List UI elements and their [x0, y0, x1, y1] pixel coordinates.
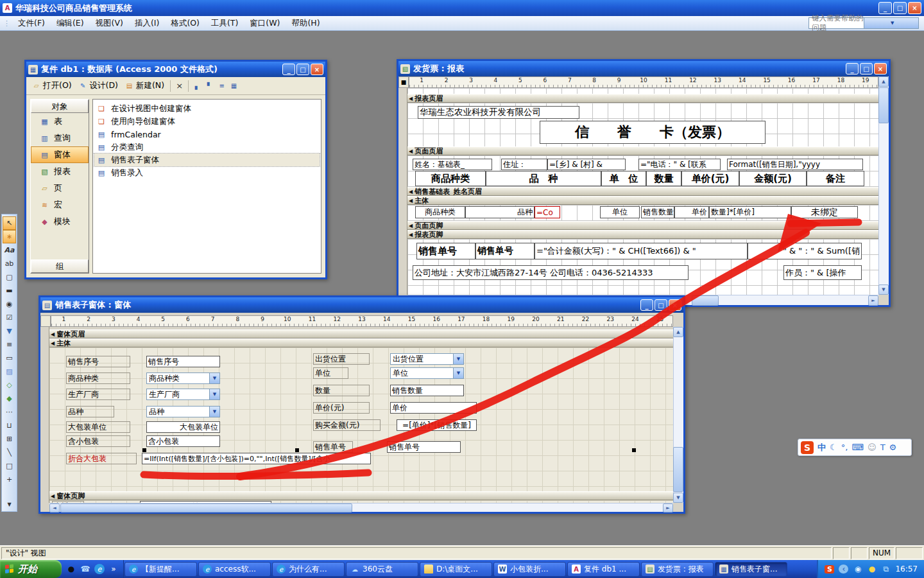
combo-arrow-icon[interactable]: ▼	[453, 354, 463, 364]
menu-insert[interactable]: 插入(I)	[129, 16, 165, 31]
menu-view[interactable]: 视图(V)	[90, 16, 129, 31]
scroll-left-icon[interactable]: ◄	[49, 504, 60, 512]
database-window-titlebar[interactable]: ▦ 复件 db1 : 数据库 (Access 2000 文件格式) _ □ ×	[26, 62, 325, 77]
report-horizontal-ruler[interactable]: 12345678910111213141516171819	[409, 76, 878, 88]
detail-price-field[interactable]: 单价	[674, 206, 709, 218]
label-tool-icon[interactable]: Aa	[3, 243, 16, 257]
report-detail-area[interactable]: 商品种类 品种 =Co 单位 销售数量 单价 数量]*[单价] 未绑定	[407, 205, 878, 221]
detail-bar[interactable]: ◀主体	[407, 196, 878, 205]
soft-keyboard-icon[interactable]: ⌨	[851, 442, 864, 452]
phone-quicklaunch-icon[interactable]: ☎	[80, 564, 90, 574]
detail-variety-field[interactable]: 品种	[465, 206, 535, 218]
detail-unit-field[interactable]: 单位	[600, 206, 640, 218]
sidebar-item-tables[interactable]: ▦表	[31, 113, 89, 130]
option-group-tool-icon[interactable]: ▢	[3, 270, 16, 284]
command-button-tool-icon[interactable]: ▭	[3, 351, 16, 365]
sidebar-item-forms[interactable]: ▤窗体	[31, 146, 89, 163]
fullmoon-mode-icon[interactable]: ☾	[830, 442, 837, 452]
design-button[interactable]: ✎设计(D)	[76, 79, 120, 92]
open-button[interactable]: ▱打开(O)	[30, 79, 74, 92]
menu-edit[interactable]: 编辑(E)	[51, 16, 90, 31]
taskbar-button-report[interactable]: ▤发货票 : 报表	[641, 562, 714, 577]
list-item-category-query[interactable]: ▤分类查询	[94, 141, 320, 153]
village-expr-field[interactable]: =[乡] & [村] &	[547, 159, 626, 170]
list-item-sales-entry[interactable]: ▤销售录入	[94, 166, 320, 179]
new-button[interactable]: ▤新建(N)	[123, 79, 166, 92]
combo-arrow-icon[interactable]: ▼	[209, 373, 219, 383]
list-item-create-design[interactable]: ❏在设计视图中创建窗体	[94, 102, 320, 115]
taskbar-button-cloud[interactable]: ☁360云盘	[346, 562, 418, 577]
form-close-button[interactable]: ×	[669, 299, 681, 311]
textbox-tool-icon[interactable]: ab	[3, 257, 16, 270]
taskbar-button-word[interactable]: W小包装折...	[493, 562, 566, 577]
minimize-button[interactable]: _	[878, 2, 892, 14]
chinese-mode-icon[interactable]: 中	[817, 442, 826, 453]
field-label-sales-no[interactable]: 销售单号	[313, 441, 353, 453]
sogou-input-bar[interactable]: S 中 ☾ °, ⌨ ☺ T ⚙	[798, 439, 912, 456]
field-label-variety[interactable]: 品种	[66, 406, 114, 417]
company-address-label[interactable]: 公司地址：大安市江城西路27-14号 公司电话：0436-5214333	[413, 265, 689, 280]
taskbar-button-ie-1[interactable]: e【新提醒...	[124, 562, 197, 577]
selection-handle[interactable]	[295, 448, 299, 452]
close-button[interactable]: ×	[908, 2, 921, 14]
textbox-amount-expr[interactable]: =[单价]*[销售数量]	[397, 419, 477, 431]
combo-arrow-icon[interactable]: ▼	[453, 368, 463, 378]
col-header-price[interactable]: 单价(元)	[681, 171, 739, 186]
field-label-qty[interactable]: 数量	[313, 385, 370, 396]
tab-control-tool-icon[interactable]: ⊔	[3, 419, 16, 432]
page-break-tool-icon[interactable]: ⋯	[3, 405, 16, 419]
line-tool-icon[interactable]: ╲	[3, 446, 16, 459]
sidebar-item-queries[interactable]: ▥查询	[31, 130, 89, 146]
form-select-all-box[interactable]	[40, 315, 51, 327]
col-header-unit[interactable]: 单 位	[601, 171, 646, 186]
combo-unit[interactable]: 单位▼	[390, 367, 464, 379]
quicklaunch-overflow-icon[interactable]: »	[108, 564, 119, 574]
textbox-small-pack[interactable]: 含小包装	[146, 435, 220, 447]
punctuation-mode-icon[interactable]: °,	[841, 442, 848, 452]
menu-window[interactable]: 窗口(W)	[244, 16, 286, 31]
form-horizontal-ruler[interactable]: 1234567891011121314151617181920212223242…	[51, 315, 673, 327]
total-amount-expr-field[interactable]: ="合计金额(大写)：" & CH([Text66]) & "	[535, 243, 748, 259]
sidebar-item-reports[interactable]: ▧报表	[31, 163, 89, 180]
taskbar-button-ie-3[interactable]: e为什么有...	[272, 562, 345, 577]
menu-tools[interactable]: 工具(T)	[205, 16, 244, 31]
scroll-up-icon[interactable]: ▲	[878, 76, 889, 87]
delete-icon[interactable]: ×	[175, 82, 184, 91]
unbound-object-tool-icon[interactable]: ◇	[3, 378, 16, 392]
list-box-tool-icon[interactable]: ≡	[3, 338, 16, 351]
image-tool-icon[interactable]: ▨	[3, 365, 16, 378]
field-label-converted-pack[interactable]: 折合大包装	[66, 453, 137, 464]
report-footer-area[interactable]: 销售单号 销售单号 ="合计金额(大写)：" & CH([Text66]) & …	[407, 239, 878, 299]
toggle-button-tool-icon[interactable]: ▬	[3, 284, 16, 297]
phone-expr-field[interactable]: ="电话：" & [联系	[638, 159, 721, 170]
menu-format[interactable]: 格式(O)	[165, 16, 205, 31]
help-search-box[interactable]: 键入需要帮助的问题 ▼	[809, 17, 919, 29]
menu-help[interactable]: 帮助(H)	[286, 16, 325, 31]
taskbar-button-form-active[interactable]: ▦销售表子窗...	[715, 562, 787, 577]
total-sum-expr-field[interactable]: " & "：" & Sum([销	[748, 243, 862, 259]
list-item-create-wizard[interactable]: ❏使用向导创建窗体	[94, 115, 320, 128]
form-footer-bar[interactable]: ◀窗体页脚	[49, 491, 673, 500]
checkbox-tool-icon[interactable]: ☑	[3, 311, 16, 324]
report-header-bar[interactable]: ◀报表页眉	[407, 94, 878, 103]
list-view-icon[interactable]: ≡	[217, 82, 227, 91]
report-hscroll-thumb[interactable]	[692, 295, 719, 306]
textbox-sales-qty[interactable]: 销售数量	[390, 385, 464, 396]
option-button-tool-icon[interactable]: ◉	[3, 297, 16, 311]
groups-header[interactable]: 组	[31, 259, 89, 273]
report-vertical-scrollbar[interactable]: ▲ ▼	[878, 76, 889, 295]
form-horizontal-scrollbar[interactable]: ◄ ►	[49, 503, 673, 512]
group-header-bar[interactable]: ◀销售基础表_姓名页眉	[407, 187, 878, 196]
field-label-big-pack-unit[interactable]: 大包装单位	[66, 421, 130, 433]
network-tray-icon[interactable]: ⧉	[881, 565, 891, 574]
taskbar-button-ie-2[interactable]: eaccess软...	[198, 562, 271, 577]
bound-object-tool-icon[interactable]: ◆	[3, 392, 16, 405]
rectangle-tool-icon[interactable]: □	[3, 459, 16, 473]
form-window-titlebar[interactable]: ▤ 销售表子窗体 : 窗体 _ □ ×	[40, 297, 683, 313]
page-footer-bar[interactable]: ◀页面页脚	[407, 221, 878, 230]
field-label-small-pack[interactable]: 含小包装	[66, 435, 130, 447]
report-close-button[interactable]: ×	[874, 63, 887, 74]
sogou-logo-icon[interactable]: S	[801, 441, 814, 454]
form-section-strip[interactable]	[40, 327, 49, 503]
start-button[interactable]: 开始	[0, 560, 62, 578]
